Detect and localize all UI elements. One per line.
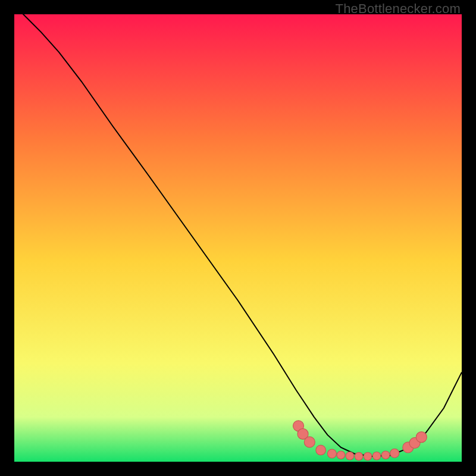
optimal-marker	[346, 452, 354, 460]
optimal-marker	[355, 452, 363, 461]
optimal-marker	[372, 452, 381, 460]
optimal-marker	[316, 445, 326, 455]
optimal-marker	[390, 449, 399, 458]
optimal-marker	[364, 452, 372, 461]
bottleneck-chart	[14, 14, 462, 462]
optimal-marker	[327, 449, 336, 458]
optimal-marker	[381, 451, 390, 459]
chart-frame	[14, 14, 462, 462]
optimal-marker	[337, 451, 345, 459]
optimal-marker	[416, 432, 427, 443]
optimal-marker	[304, 437, 315, 447]
